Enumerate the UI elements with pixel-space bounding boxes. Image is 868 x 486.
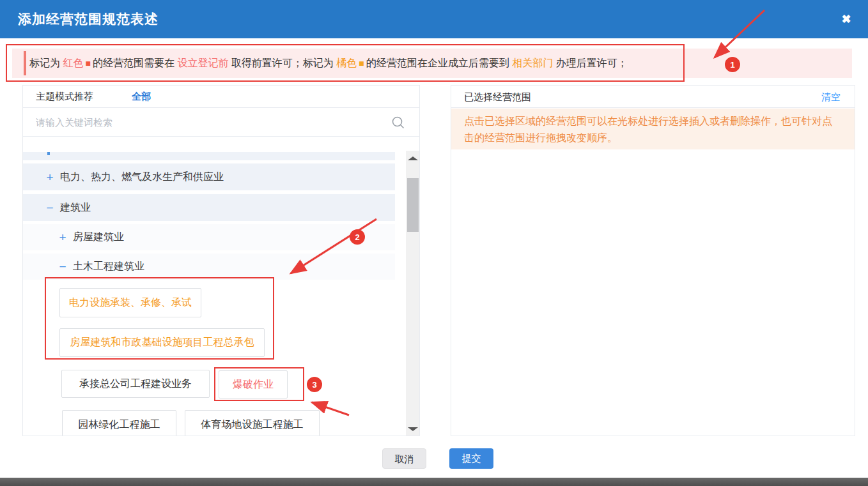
notice-segment: 的经营范围需要在: [93, 57, 177, 68]
page-bottom-bar: [0, 478, 868, 486]
scroll-up-icon[interactable]: [408, 156, 418, 160]
tree-row[interactable]: −建筑业: [23, 194, 395, 221]
scope-tag[interactable]: 房屋建筑和市政基础设施项目工程总承包: [59, 328, 265, 357]
selected-scope-panel: 已选择经营范围 清空 点击已选择区域的经营范围可以在光标处进行选择插入或者删除操…: [451, 85, 855, 436]
submit-button[interactable]: 提交: [449, 448, 493, 469]
scrollbar-thumb[interactable]: [407, 178, 419, 232]
magnifier-icon[interactable]: [391, 116, 405, 132]
add-business-scope-modal: 添加经营范围规范表述 ✖ 标记为 红色■的经营范围需要在 设立登记前 取得前置许…: [0, 0, 868, 486]
notice-segment: 相关部门: [512, 57, 553, 68]
scope-tag[interactable]: 电力设施承装、承修、承试: [59, 288, 201, 317]
selected-scope-title: 已选择经营范围: [464, 86, 531, 108]
notice-text: 标记为 红色■的经营范围需要在 设立登记前 取得前置许可；标记为 橘色■的经营范…: [29, 49, 846, 78]
tree-row-label: 房屋建筑业: [73, 231, 124, 244]
close-icon[interactable]: ✖: [835, 0, 858, 38]
partial-expand-icon: [47, 152, 50, 155]
scroll-down-icon[interactable]: [408, 427, 418, 431]
scope-tag[interactable]: 承接总公司工程建设业务: [61, 370, 210, 398]
notice-segment: 红色: [63, 57, 83, 68]
notice-segment: 办理后置许可；: [553, 57, 627, 68]
legend-color-square: ■: [359, 58, 364, 68]
modal-title: 添加经营范围规范表述: [18, 0, 159, 38]
collapse-icon[interactable]: −: [57, 261, 68, 273]
collapse-icon[interactable]: −: [44, 202, 56, 214]
tab-theme-recommend[interactable]: 主题模式推荐: [36, 86, 93, 107]
expand-icon[interactable]: +: [57, 231, 68, 243]
scope-tag[interactable]: 园林绿化工程施工: [62, 410, 176, 436]
search-input[interactable]: [36, 108, 381, 136]
cancel-button[interactable]: 取消: [382, 448, 426, 469]
tree-row-label: 建筑业: [60, 201, 91, 215]
category-panel: 主题模式推荐全部 +电力、热力、燃气及水生产和供应业−建筑业+房屋建筑业−土木工…: [22, 85, 420, 436]
scope-tag[interactable]: 爆破作业: [219, 370, 288, 399]
tree-row-label: 土木工程建筑业: [73, 260, 144, 273]
tree-row[interactable]: +电力、热力、燃气及水生产和供应业: [23, 163, 395, 190]
notice-segment: 的经营范围在企业成立后需要到: [366, 57, 512, 68]
notice-segment: 橘色: [336, 57, 357, 68]
tab-all[interactable]: 全部: [132, 86, 151, 107]
scope-tag[interactable]: 体育场地设施工程施工: [185, 410, 320, 436]
notice-segment: 设立登记前: [177, 57, 228, 68]
modal-header: 添加经营范围规范表述 ✖: [0, 0, 868, 38]
selected-scope-header: 已选择经营范围 清空: [451, 86, 855, 108]
search-bar: [23, 108, 419, 137]
selected-scope-hint: 点击已选择区域的经营范围可以在光标处进行选择插入或者删除操作，也可针对点击的经营…: [451, 109, 855, 149]
legend-notice: 标记为 红色■的经营范围需要在 设立登记前 取得前置许可；标记为 橘色■的经营范…: [12, 49, 852, 78]
notice-accent-bar: [24, 51, 26, 75]
clear-link[interactable]: 清空: [821, 86, 841, 108]
category-tree: +电力、热力、燃气及水生产和供应业−建筑业+房屋建筑业−土木工程建筑业 电力设施…: [23, 137, 419, 436]
tree-row[interactable]: −土木工程建筑业: [23, 254, 395, 280]
notice-segment: 标记为: [29, 57, 63, 68]
category-tabs: 主题模式推荐全部: [23, 86, 419, 108]
tree-row-label: 电力、热力、燃气及水生产和供应业: [60, 171, 224, 184]
scrollbar-track[interactable]: [406, 151, 420, 436]
notice-segment: 取得前置许可；标记为: [228, 57, 336, 68]
legend-color-square: ■: [85, 58, 90, 68]
expand-icon[interactable]: +: [44, 171, 56, 183]
tree-row[interactable]: +房屋建筑业: [23, 224, 395, 250]
tree-row-partial[interactable]: [23, 152, 395, 160]
